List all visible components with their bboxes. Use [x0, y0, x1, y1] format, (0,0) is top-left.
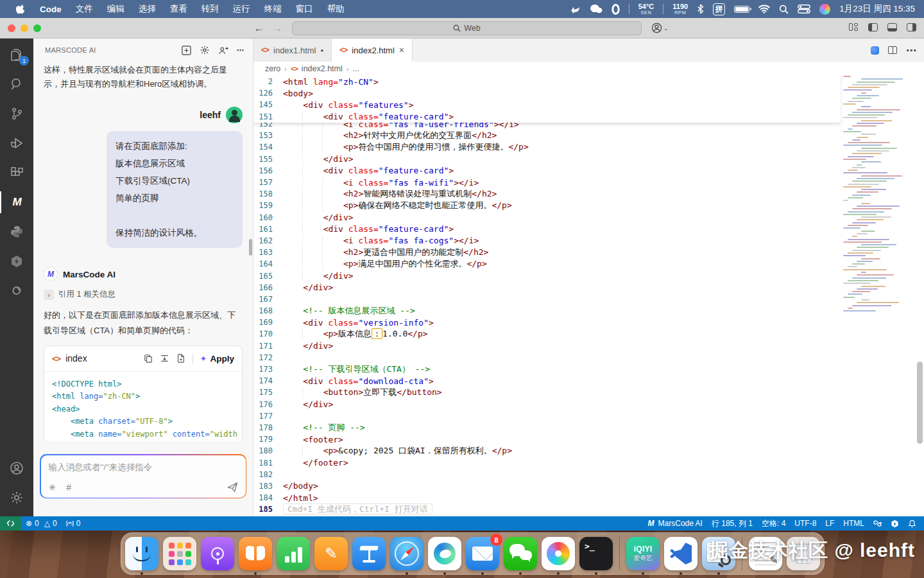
menu-item-view[interactable]: 查看 — [163, 0, 194, 18]
python-extension-icon[interactable] — [0, 217, 33, 247]
code-line[interactable]: 181 </footer> — [253, 457, 841, 468]
dock-icon-numbers[interactable] — [277, 537, 310, 570]
code-line[interactable]: 126<body> — [253, 87, 841, 99]
wechat-menu-icon[interactable] — [590, 4, 603, 14]
settings-gear-icon[interactable] — [0, 483, 33, 512]
window-title-bar[interactable]: ← → Web ⌄ — [0, 18, 924, 39]
code-line[interactable]: 2<html lang="zh-CN"> — [253, 76, 841, 87]
copy-icon[interactable] — [144, 354, 153, 363]
notifications-bell-icon[interactable] — [903, 516, 924, 530]
code-line[interactable]: 169 <div class="version-info"> — [253, 317, 841, 328]
accounts-icon[interactable] — [0, 453, 33, 483]
code-line[interactable]: 166 </div> — [253, 282, 841, 293]
editor-scrollbar[interactable] — [917, 362, 923, 444]
minimize-window-button[interactable] — [21, 24, 28, 32]
code-line[interactable]: 161 <div class="feature-card"> — [253, 223, 841, 235]
tab-index1[interactable]: <> index1.html ● — [253, 39, 332, 62]
more-actions-icon[interactable]: ⋯ — [906, 44, 916, 57]
toggle-panel-icon[interactable] — [887, 23, 897, 31]
code-line[interactable]: 176 </div> — [253, 399, 841, 410]
zoom-window-button[interactable] — [33, 24, 41, 32]
menu-item-file[interactable]: 文件 — [69, 0, 100, 18]
code-line[interactable]: 185Cmd+I 生成代码，Ctrl+I 打开对话 — [253, 504, 841, 515]
code-line[interactable]: 164 <p>满足中国用户的个性化需求。</p> — [253, 258, 841, 270]
encoding-setting[interactable]: UTF-8 — [790, 516, 821, 530]
code-line[interactable]: 171 </div> — [253, 340, 841, 352]
dock-icon-vscode[interactable] — [664, 537, 697, 570]
extension-knot-icon[interactable] — [869, 516, 886, 530]
menu-item-edit[interactable]: 编辑 — [100, 0, 132, 18]
code-line[interactable]: 174 <div class="download-cta"> — [253, 375, 841, 387]
hexagon-extension-icon[interactable] — [0, 247, 33, 276]
dove-app-icon[interactable] — [569, 4, 581, 14]
new-file-icon[interactable] — [176, 354, 185, 363]
chat-settings-gear-icon[interactable] — [200, 45, 210, 55]
menu-item-goto[interactable]: 转到 — [194, 0, 226, 18]
code-line[interactable]: 155 </div> — [253, 153, 841, 165]
ports-indicator[interactable]: 0 — [62, 516, 85, 530]
search-view-icon[interactable] — [0, 69, 33, 99]
dock-icon-podcasts[interactable] — [201, 537, 234, 570]
control-center-icon[interactable] — [798, 4, 810, 13]
code-line[interactable]: 154 <p>符合中国用户的使用习惯，操作更便捷。</p> — [253, 141, 841, 153]
code-line[interactable]: 162 <i class="fas fa-cogs"></i> — [253, 235, 841, 247]
dock-icon-edge[interactable] — [428, 537, 461, 570]
source-control-view-icon[interactable] — [0, 99, 33, 128]
hexagon-bolt-icon[interactable] — [886, 516, 903, 530]
minimap[interactable] — [843, 76, 915, 320]
code-line[interactable]: 160 </div> — [253, 212, 841, 223]
problems-indicator[interactable]: ⊗0 △0 — [21, 516, 62, 530]
menu-item-selection[interactable]: 选择 — [132, 0, 163, 18]
explorer-view-icon[interactable]: 1 — [0, 40, 33, 69]
code-line[interactable]: 170 <p>版本信息：1.0.0</p> — [253, 328, 841, 340]
run-debug-view-icon[interactable] — [0, 128, 33, 158]
code-line[interactable]: 182 — [253, 469, 841, 480]
menu-item-code[interactable]: Code — [33, 0, 69, 18]
dock-icon-books[interactable] — [239, 537, 272, 570]
close-window-button[interactable] — [8, 24, 15, 32]
dock-icon-terminal[interactable]: >_ — [579, 537, 613, 570]
breadcrumb-folder[interactable]: zero — [265, 64, 280, 73]
code-line[interactable]: 177 — [253, 410, 841, 422]
language-mode[interactable]: HTML — [839, 516, 869, 530]
ring-zero-icon[interactable] — [612, 4, 620, 15]
code-line[interactable]: 173 <!-- 下载引导区域（CTA） --> — [253, 363, 841, 375]
dock-icon-launchpad[interactable] — [163, 537, 196, 570]
marscode-status-item[interactable]: M MarsCode AI — [644, 516, 707, 530]
code-line[interactable]: 172 — [253, 352, 841, 363]
dock-icon-keynote[interactable] — [352, 537, 386, 570]
code-line[interactable]: 156 <div class="feature-card"> — [253, 165, 841, 177]
bluetooth-icon[interactable] — [697, 4, 704, 14]
code-card-body[interactable]: <!DOCTYPE html><html lang="zh-CN"><head>… — [44, 372, 242, 441]
code-line[interactable]: 159 <p>确保在网络不稳定时也能正常使用。</p> — [253, 200, 841, 211]
cursor-position[interactable]: 行 185, 列 1 — [707, 516, 757, 530]
temperature-widget[interactable]: 54°C SEN — [638, 3, 654, 15]
breadcrumb-symbol[interactable]: ... — [352, 64, 359, 73]
close-tab-icon[interactable]: × — [399, 45, 404, 55]
menu-clock[interactable]: 1月23日 周四 15:35 — [839, 3, 915, 15]
knot-extension-icon[interactable] — [0, 276, 33, 306]
code-line[interactable]: 158 <h2>智能网络错误处理与重试机制</h2> — [253, 188, 841, 200]
fan-speed-widget[interactable]: 1190 RPM — [672, 3, 688, 15]
code-line[interactable]: 168 <!-- 版本信息展示区域 --> — [253, 305, 841, 317]
customize-layout-icon[interactable] — [849, 23, 859, 31]
chat-input[interactable]: 输入消息或者"/"来选择指令 ✳ # — [41, 455, 246, 498]
spotlight-search-icon[interactable] — [779, 4, 789, 14]
code-line[interactable]: 180 <p>&copy; 2025 口袋AI．保留所有权利。</p> — [253, 445, 841, 457]
menu-item-terminal[interactable]: 终端 — [257, 0, 289, 18]
more-actions-icon[interactable]: ⋯ — [237, 46, 244, 55]
apple-menu[interactable] — [9, 0, 33, 18]
breadcrumb-file[interactable]: index2.html — [302, 64, 343, 73]
share-profile-icon[interactable] — [218, 46, 228, 55]
dock-icon-photos[interactable] — [542, 537, 575, 570]
insert-code-icon[interactable] — [160, 354, 169, 363]
code-line[interactable]: 153 <h2>针对中文用户优化的交互界面</h2> — [253, 130, 841, 141]
modified-dot-icon[interactable]: ● — [321, 48, 324, 53]
menu-item-help[interactable]: 帮助 — [320, 0, 352, 18]
code-line[interactable]: 179 <footer> — [253, 434, 841, 445]
code-line[interactable]: 167 — [253, 293, 841, 305]
toggle-primary-sidebar-icon[interactable] — [868, 23, 878, 31]
battery-icon[interactable] — [734, 6, 749, 13]
send-icon[interactable] — [227, 482, 238, 493]
menu-item-window[interactable]: 窗口 — [289, 0, 320, 18]
